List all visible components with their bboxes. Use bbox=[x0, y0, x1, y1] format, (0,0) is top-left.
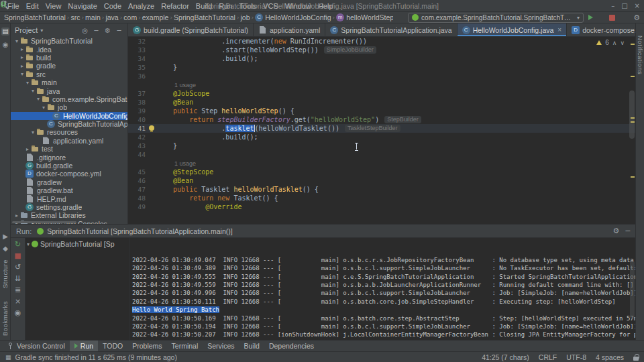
breadcrumb-item-example[interactable]: example bbox=[142, 13, 169, 21]
prev-problem-icon[interactable]: ∧ bbox=[612, 40, 617, 46]
locate-file-icon[interactable]: ◎ bbox=[80, 26, 89, 35]
chevron-down-icon[interactable]: ▾ bbox=[40, 27, 43, 34]
tool-window-problems[interactable]: Problems bbox=[127, 341, 166, 352]
tree-item-resources[interactable]: ▾resources bbox=[11, 128, 127, 136]
code-text[interactable]: @Bean bbox=[157, 177, 193, 184]
tool-window-version-control[interactable]: Version Control bbox=[3, 341, 70, 352]
breadcrumb-item-java[interactable]: java bbox=[105, 13, 118, 21]
print-icon[interactable]: ≣ bbox=[13, 286, 23, 295]
code-text[interactable]: public Tasklet helloWorldTasklet() { bbox=[157, 186, 319, 193]
tree-item-gitignore[interactable]: .gitignore bbox=[11, 153, 127, 161]
stripe-label-bookmarks[interactable]: Bookmarks bbox=[1, 301, 9, 336]
project-panel-title[interactable]: Project bbox=[15, 26, 38, 34]
tree-horizontal-scrollbar[interactable] bbox=[12, 221, 76, 223]
rerun-icon[interactable]: ↻ bbox=[13, 240, 23, 249]
tree-item-java[interactable]: ▾java bbox=[11, 86, 127, 95]
tool-window-todo[interactable]: TODO bbox=[98, 341, 127, 352]
build-hammer-icon[interactable] bbox=[394, 13, 403, 22]
collapse-all-icon[interactable]: − bbox=[92, 26, 101, 35]
tool-window-build[interactable]: Build bbox=[239, 341, 264, 352]
stripe-label-notifications[interactable]: Notifications bbox=[637, 36, 644, 74]
tree-item-gradle[interactable]: ▸gradle bbox=[11, 62, 127, 70]
chevron-right-icon[interactable]: ▸ bbox=[13, 213, 20, 219]
hide-panel-icon[interactable]: ─ bbox=[115, 26, 123, 35]
console-line[interactable]: 2022-04-26 01:30:50.169 INFO 12668 --- [… bbox=[132, 314, 635, 322]
menu-analyze[interactable]: Analyze bbox=[125, 2, 158, 10]
breadcrumb-item-com[interactable]: com bbox=[123, 13, 137, 21]
usage-hint[interactable]: 1 usage bbox=[157, 82, 196, 88]
status-crlf[interactable]: CRLF bbox=[539, 353, 557, 361]
scrollbar-thumb[interactable] bbox=[629, 90, 635, 139]
tree-item-docker-compose-yml[interactable]: docker-compose.yml bbox=[11, 170, 127, 178]
hide-run-panel-icon[interactable]: ─ bbox=[625, 227, 630, 235]
breadcrumb-item-helloworldstep[interactable]: helloWorldStep bbox=[336, 13, 393, 21]
project-toolwindow-icon[interactable]: ▤ bbox=[1, 27, 9, 36]
menu-view[interactable]: View bbox=[42, 2, 65, 10]
scroll-to-end-icon[interactable]: ⇊ bbox=[13, 274, 23, 284]
chevron-down-icon[interactable]: ▾ bbox=[30, 88, 36, 94]
console-line[interactable]: 2022-04-26 01:30:49.555 INFO 12668 --- [… bbox=[132, 273, 635, 281]
run-settings-gear-icon[interactable]: ⚙ bbox=[613, 227, 620, 235]
run-process-node[interactable]: ▾ SpringBatchTutorial [Sp bbox=[27, 240, 127, 248]
chevron-right-icon[interactable]: ▸ bbox=[24, 146, 31, 152]
console-line[interactable]: 2022-04-26 01:30:50.218 INFO 12668 --- [… bbox=[132, 339, 635, 340]
tab-application-yaml[interactable]: application.yaml bbox=[254, 23, 325, 36]
console[interactable]: 2022-04-26 01:30:49.047 INFO 12668 --- [… bbox=[129, 238, 635, 340]
run-toolwindow-icon[interactable]: ▶ bbox=[1, 233, 9, 241]
breadcrumb-item-job[interactable]: job bbox=[241, 13, 250, 21]
console-scrollbar-thumb[interactable] bbox=[630, 261, 635, 318]
code-text[interactable]: return stepBuilderFactory.get("helloWorl… bbox=[157, 116, 421, 124]
tool-window-dependencies[interactable]: Dependencies bbox=[264, 341, 319, 352]
tab-build-gradle-springbatchtutorial[interactable]: build.gradle (SpringBatchTutorial) bbox=[128, 23, 254, 36]
tree-item-external-libraries[interactable]: ▸External Libraries bbox=[11, 211, 127, 219]
tree-item-help-md[interactable]: HELP.md bbox=[11, 194, 127, 202]
event-log-icon[interactable]: ▦ bbox=[5, 354, 11, 361]
tree-item-com-example-springbatchtutorial[interactable]: ▾com.example.SpringBatchTutorial bbox=[11, 95, 127, 103]
code-text[interactable]: .incrementer(new RunIdIncrementer()) bbox=[157, 38, 367, 45]
status-message[interactable]: Gradle sync finished in 11 s 625 ms (9 m… bbox=[15, 353, 177, 361]
warning-mark[interactable] bbox=[631, 44, 635, 45]
menu-edit[interactable]: Edit bbox=[23, 2, 42, 10]
chevron-right-icon[interactable]: ▸ bbox=[19, 46, 25, 52]
intention-bulb-icon[interactable] bbox=[149, 125, 154, 131]
console-line[interactable]: 2022-04-26 01:30:49.559 INFO 12668 --- [… bbox=[132, 281, 635, 289]
status-4-spaces[interactable]: 4 spaces bbox=[596, 353, 624, 361]
code-text[interactable]: return new Tasklet() { bbox=[157, 194, 278, 202]
tool-window-services[interactable]: Services bbox=[203, 341, 239, 352]
status-41-25-7-chars[interactable]: 41:25 (7 chars) bbox=[482, 353, 529, 361]
settings-gear-icon[interactable]: ⚙ bbox=[633, 13, 640, 22]
tab-springbatchtutorialapplication-java[interactable]: SpringBatchTutorialApplication.java bbox=[325, 23, 457, 36]
tree-item-gradlew[interactable]: gradlew bbox=[11, 178, 127, 186]
tree-item-build-gradle[interactable]: build.gradle bbox=[11, 162, 127, 170]
console-line[interactable]: 2022-04-26 01:30:49.047 INFO 12668 --- [… bbox=[132, 256, 635, 264]
lock-icon[interactable] bbox=[633, 354, 639, 361]
menu-refactor[interactable]: Refactor bbox=[158, 2, 193, 10]
code-text[interactable]: .start(helloWorldStep())SimpleJobBuilder bbox=[157, 46, 376, 54]
debug-button[interactable] bbox=[598, 13, 604, 21]
chevron-down-icon[interactable]: ▾ bbox=[40, 105, 47, 111]
console-line[interactable]: 2022-04-26 01:30:50.207 INFO 12668 --- [… bbox=[132, 330, 635, 339]
minimize-button[interactable]: – bbox=[611, 2, 614, 9]
console-line[interactable]: 2022-04-26 01:30:49.389 INFO 12668 --- [… bbox=[132, 264, 635, 272]
warning-mark[interactable] bbox=[631, 176, 635, 178]
clear-icon[interactable]: × bbox=[13, 297, 23, 306]
chevron-right-icon[interactable]: ▸ bbox=[19, 54, 25, 60]
run-configuration-select[interactable]: com.example.SpringBatchTutorial.SpringBa… bbox=[408, 13, 584, 23]
chevron-down-icon[interactable]: ▾ bbox=[19, 71, 25, 77]
close-icon[interactable]: × bbox=[557, 26, 561, 34]
commit-toolwindow-icon[interactable]: ◉ bbox=[1, 41, 9, 49]
breadcrumb-item-springbatchtutorial[interactable]: SpringBatchTutorial bbox=[174, 13, 235, 21]
breadcrumb-item-src[interactable]: src bbox=[70, 13, 80, 21]
console-line[interactable]: 2022-04-26 01:30:49.996 INFO 12668 --- [… bbox=[132, 289, 635, 297]
tree-item-gradlew-bat[interactable]: gradlew.bat bbox=[11, 186, 127, 194]
tab-helloworldjobconfig-java[interactable]: HelloWorldJobConfig.java× bbox=[458, 23, 567, 36]
panel-settings-icon[interactable]: ⚙ bbox=[103, 26, 112, 35]
code-text[interactable]: } bbox=[157, 64, 177, 71]
tree-item-src[interactable]: ▾src bbox=[11, 70, 127, 78]
search-everywhere-icon[interactable] bbox=[620, 13, 629, 22]
stop-icon[interactable]: ■ bbox=[13, 251, 23, 261]
tree-item-helloworldjobconfig[interactable]: HelloWorldJobConfig bbox=[11, 112, 127, 120]
close-button[interactable]: × bbox=[635, 2, 640, 9]
breadcrumb-item-helloworldjobconfig[interactable]: HelloWorldJobConfig bbox=[255, 13, 331, 21]
status-utf-8[interactable]: UTF-8 bbox=[566, 353, 586, 361]
